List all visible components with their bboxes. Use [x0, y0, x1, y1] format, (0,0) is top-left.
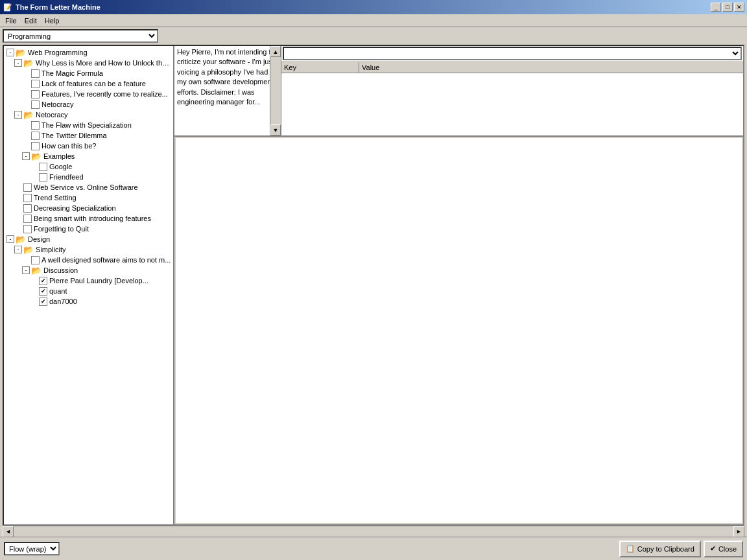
checkbox-features-realize[interactable] — [31, 90, 40, 99]
right-top: Hey Pierre, I'm not intending to critici… — [174, 46, 743, 137]
category-dropdown[interactable]: Programming Design Other — [3, 29, 158, 43]
checkbox-netocracy1[interactable] — [31, 100, 40, 109]
menu-file[interactable]: File — [1, 16, 21, 26]
tree-item-twitter-dilemma[interactable]: The Twitter Dilemma — [5, 130, 172, 141]
tree-expander-netocracy2-folder[interactable]: - — [14, 111, 22, 119]
checkbox-magic-formula[interactable] — [31, 69, 40, 78]
tree-expander-web-programming[interactable]: - — [6, 49, 14, 56]
key-value-panel: Key Value — [281, 46, 743, 135]
checkbox-pierre[interactable]: ✔ — [39, 277, 47, 285]
tree-item-design[interactable]: -📂Design — [5, 234, 172, 244]
tree-expander-design[interactable]: - — [6, 235, 14, 243]
app-icon: 📝 — [3, 2, 13, 12]
tree-item-flaw-spec[interactable]: The Flaw with Specialization — [5, 120, 172, 130]
minimize-button[interactable]: _ — [711, 3, 721, 12]
checkbox-twitter-dilemma[interactable] — [31, 132, 40, 140]
tree-item-being-smart[interactable]: Being smart with introducing features — [5, 213, 172, 224]
checkbox-how-can-be[interactable] — [31, 142, 40, 150]
h-scroll-track[interactable] — [14, 526, 733, 537]
checkbox-quant[interactable]: ✔ — [39, 287, 47, 296]
tree-panel[interactable]: -📂Web Programming-📂Why Less is More and … — [4, 46, 174, 524]
tree-expander-examples[interactable]: - — [22, 152, 30, 160]
tree-expander-discussion[interactable]: - — [22, 266, 30, 274]
folder-icon-examples: 📂 — [31, 152, 42, 161]
close-button[interactable]: ✔ Close — [704, 541, 743, 557]
checkbox-decreasing-spec[interactable] — [23, 204, 32, 213]
tree-label-forgetting-quit: Forgetting to Quit — [34, 225, 89, 233]
checkbox-lack-features[interactable] — [31, 80, 40, 88]
tree-label-well-designed: A well designed software aims to not m..… — [42, 256, 171, 264]
tree-label-netocracy2-folder: Netocracy — [36, 111, 68, 119]
checkbox-forgetting-quit[interactable] — [23, 225, 32, 233]
tree-item-dan7000[interactable]: ✔dan7000 — [5, 296, 172, 307]
tree-item-how-can-be[interactable]: How can this be? — [5, 141, 172, 151]
tree-item-netocracy1[interactable]: Netocracy — [5, 99, 172, 110]
checkbox-being-smart[interactable] — [23, 215, 32, 223]
tree-label-twitter-dilemma: The Twitter Dilemma — [42, 132, 107, 139]
scroll-left-button[interactable]: ◄ — [3, 526, 14, 537]
kv-dropdown[interactable] — [283, 47, 742, 60]
scroll-right-button[interactable]: ► — [733, 526, 744, 537]
preview-content: Hey Pierre, I'm not intending to critici… — [174, 46, 281, 135]
window-controls: _ □ ✕ — [711, 3, 744, 12]
tree-label-examples: Examples — [43, 152, 75, 160]
scroll-down-button[interactable]: ▼ — [270, 124, 281, 135]
tree-label-quant: quant — [49, 287, 67, 295]
checkbox-well-designed[interactable] — [31, 256, 40, 264]
flow-dropdown[interactable]: Flow (wrap) Flow No wrap — [4, 542, 60, 555]
tree-label-pierre: Pierre Paul Laundry [Develop... — [49, 277, 148, 285]
kv-dropdown-row — [281, 46, 743, 62]
tree-label-web-programming: Web Programming — [28, 49, 88, 56]
preview-scrollbar[interactable]: ▲ ▼ — [270, 46, 281, 135]
menu-edit[interactable]: Edit — [21, 16, 41, 26]
tree-item-google[interactable]: Google — [5, 161, 172, 172]
tree-label-web-service: Web Service vs. Online Software — [34, 183, 138, 191]
checkbox-dan7000[interactable]: ✔ — [39, 298, 47, 306]
tree-item-why-less[interactable]: -📂Why Less is More and How to Unlock the… — [5, 58, 172, 68]
tree-item-web-service[interactable]: Web Service vs. Online Software — [5, 182, 172, 192]
tree-item-examples[interactable]: -📂Examples — [5, 151, 172, 161]
title-bar: 📝 The Form Letter Machine _ □ ✕ — [0, 0, 747, 14]
kv-header: Key Value — [281, 62, 743, 73]
folder-icon-design: 📂 — [16, 235, 26, 244]
folder-icon-web-programming: 📂 — [16, 48, 26, 57]
tree-item-lack-features[interactable]: Lack of features can be a feature — [5, 78, 172, 89]
tree-expander-why-less[interactable]: - — [14, 59, 22, 67]
tree-item-well-designed[interactable]: A well designed software aims to not m..… — [5, 255, 172, 265]
bottom-bar: Flow (wrap) Flow No wrap 📋 Copy to Clipb… — [0, 537, 747, 560]
checkbox-trend-setting[interactable] — [23, 194, 32, 202]
menu-help[interactable]: Help — [41, 16, 64, 26]
menu-bar: File Edit Help — [0, 14, 747, 27]
close-button[interactable]: ✕ — [734, 3, 744, 12]
folder-icon-simplicity: 📂 — [23, 245, 34, 254]
tree-expander-simplicity[interactable]: - — [14, 246, 22, 253]
tree-item-magic-formula[interactable]: The Magic Formula — [5, 68, 172, 78]
right-panel: Hey Pierre, I'm not intending to critici… — [174, 46, 743, 524]
tree-label-friendfeed: Friendfeed — [49, 173, 84, 181]
restore-button[interactable]: □ — [722, 3, 733, 12]
checkbox-google[interactable] — [39, 163, 47, 171]
checkbox-web-service[interactable] — [23, 183, 32, 192]
tree-item-quant[interactable]: ✔quant — [5, 286, 172, 296]
copy-label: Copy to Clipboard — [637, 545, 694, 553]
text-preview-panel: Hey Pierre, I'm not intending to critici… — [174, 46, 281, 135]
tree-item-web-programming[interactable]: -📂Web Programming — [5, 47, 172, 58]
check-icon: ✔ — [710, 544, 716, 553]
main-text-area[interactable] — [176, 138, 742, 523]
tree-item-forgetting-quit[interactable]: Forgetting to Quit — [5, 224, 172, 234]
tree-item-features-realize[interactable]: Features, I've recently come to realize.… — [5, 89, 172, 99]
kv-col-value-header: Value — [359, 62, 382, 73]
tree-item-discussion[interactable]: -📂Discussion — [5, 265, 172, 275]
checkbox-friendfeed[interactable] — [39, 173, 47, 181]
copy-to-clipboard-button[interactable]: 📋 Copy to Clipboard — [619, 541, 701, 557]
tree-item-pierre[interactable]: ✔Pierre Paul Laundry [Develop... — [5, 275, 172, 286]
tree-item-trend-setting[interactable]: Trend Setting — [5, 192, 172, 203]
tree-label-flaw-spec: The Flaw with Specialization — [42, 121, 132, 129]
tree-item-simplicity[interactable]: -📂Simplicity — [5, 244, 172, 255]
scroll-up-button[interactable]: ▲ — [270, 46, 281, 57]
checkbox-flaw-spec[interactable] — [31, 121, 40, 130]
tree-item-friendfeed[interactable]: Friendfeed — [5, 172, 172, 182]
tree-label-decreasing-spec: Decreasing Specialization — [34, 204, 116, 212]
tree-item-netocracy2-folder[interactable]: -📂Netocracy — [5, 110, 172, 120]
tree-item-decreasing-spec[interactable]: Decreasing Specialization — [5, 203, 172, 213]
